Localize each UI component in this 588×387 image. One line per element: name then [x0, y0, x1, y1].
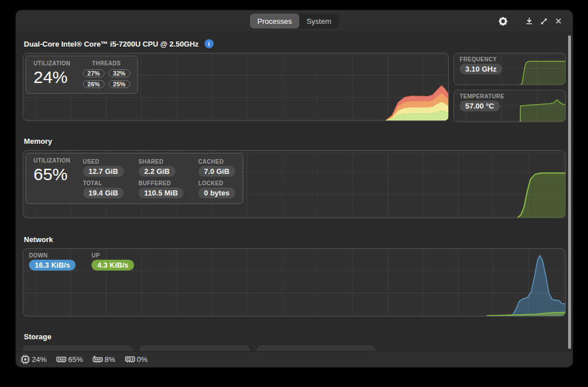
network-heading: Network	[24, 235, 566, 244]
statusbar-swap-value: 8%	[105, 355, 115, 364]
minimize-icon	[525, 17, 533, 26]
vertical-scrollbar[interactable]	[568, 35, 571, 349]
stat-value-badge: 7.0 GiB	[198, 166, 235, 177]
network-down-stat: DOWN 16.3 KiB/s	[29, 252, 76, 271]
memory-stats-grid: USED 12.7 GiB SHARED 2.2 GiB CACHED 7.0 …	[83, 157, 235, 198]
stat-value-badge: 12.7 GiB	[83, 166, 124, 177]
stat-label: SHARED	[139, 159, 184, 165]
cpu-utilization-panel: UTILIZATION 24% THREADS 27% 32% 26% 25%	[23, 53, 449, 121]
statusbar-network-value: 0%	[137, 355, 148, 364]
storage-heading: Storage	[24, 332, 566, 341]
statusbar-swap: 8%	[93, 355, 115, 364]
cpu-utilization-value: 24%	[34, 68, 70, 86]
statusbar-memory: 65%	[56, 355, 83, 364]
settings-button[interactable]	[495, 14, 510, 28]
statusbar-cpu-value: 24%	[32, 355, 47, 364]
stat-label: LOCKED	[198, 180, 235, 186]
temperature-label: TEMPERATURE	[460, 93, 560, 99]
stat-label: BUFFERED	[139, 180, 184, 186]
statusbar-memory-value: 65%	[68, 355, 83, 364]
minimize-button[interactable]	[522, 14, 536, 28]
memory-stat-used: USED 12.7 GiB	[83, 157, 124, 177]
stat-label: USED	[83, 159, 124, 165]
network-icon	[125, 355, 135, 364]
memory-statbox: UTILIZATION 65% USED 12.7 GiB SHARED 2.2…	[26, 153, 243, 204]
up-value-badge: 4.3 KiB/s	[91, 260, 134, 271]
down-label: DOWN	[29, 252, 76, 259]
memory-utilization-value: 65%	[34, 165, 70, 184]
memory-heading: Memory	[24, 137, 566, 145]
threads-label: THREADS	[83, 60, 130, 66]
stat-value-badge: 0 bytes	[198, 188, 235, 198]
frequency-stat: FREQUENCY 3.10 GHz	[454, 53, 565, 77]
temperature-stat: TEMPERATURE 57.00 °C	[454, 90, 565, 114]
memory-stat-locked: LOCKED 0 bytes	[198, 179, 235, 198]
network-up-stat: UP 4.3 KiB/s	[91, 252, 134, 271]
down-value-badge: 16.3 KiB/s	[29, 260, 76, 271]
memory-panel: UTILIZATION 65% USED 12.7 GiB SHARED 2.2…	[23, 150, 566, 218]
threads-grid: 27% 32% 26% 25%	[83, 69, 130, 88]
cpu-statbox: UTILIZATION 24% THREADS 27% 32% 26% 25%	[26, 56, 138, 94]
thread-1-badge: 32%	[109, 69, 130, 77]
memory-icon	[56, 355, 66, 364]
tab-processes[interactable]: Processes	[250, 14, 299, 28]
cpu-section-header: Dual-Core Intel® Core™ i5-7200U CPU @ 2.…	[24, 39, 566, 48]
cpu-utilization-stat: UTILIZATION 24%	[34, 60, 70, 88]
app-window: Processes System	[16, 10, 573, 367]
statusbar-network: 0%	[125, 355, 148, 364]
thread-3-badge: 25%	[109, 80, 130, 88]
thread-0-badge: 27%	[83, 69, 105, 77]
frequency-value-badge: 3.10 GHz	[460, 64, 502, 74]
maximize-icon	[540, 17, 548, 26]
stat-label: CACHED	[198, 159, 235, 165]
cpu-side-panels: FREQUENCY 3.10 GHz TEMPERATURE 57.00 °C	[453, 53, 566, 122]
close-icon	[554, 17, 562, 25]
up-label: UP	[91, 252, 134, 259]
close-button[interactable]	[551, 14, 566, 28]
tab-system[interactable]: System	[299, 14, 339, 28]
swap-icon	[93, 355, 103, 364]
memory-stat-total: TOTAL 19.4 GiB	[83, 179, 124, 198]
memory-stat-cached: CACHED 7.0 GiB	[198, 157, 235, 177]
gear-icon	[498, 16, 508, 27]
maximize-button[interactable]	[536, 14, 551, 28]
cpu-temperature-panel: TEMPERATURE 57.00 °C	[453, 90, 566, 122]
titlebar: Processes System	[16, 10, 573, 32]
view-switcher: Processes System	[250, 14, 339, 28]
titlebar-buttons	[495, 14, 573, 28]
cpu-section: UTILIZATION 24% THREADS 27% 32% 26% 25%	[23, 53, 566, 122]
cpu-icon	[20, 355, 30, 364]
network-panel: DOWN 16.3 KiB/s UP 4.3 KiB/s	[23, 248, 566, 317]
frequency-label: FREQUENCY	[460, 56, 560, 63]
memory-utilization-label: UTILIZATION	[34, 157, 70, 164]
stat-value-badge: 2.2 GiB	[139, 166, 176, 177]
memory-stat-buffered: BUFFERED 110.5 MiB	[139, 179, 184, 198]
cpu-threads-stat: THREADS 27% 32% 26% 25%	[83, 60, 130, 88]
stat-value-badge: 19.4 GiB	[83, 188, 124, 198]
stat-value-badge: 110.5 MiB	[139, 188, 184, 198]
memory-utilization-stat: UTILIZATION 65%	[34, 157, 70, 198]
memory-stat-shared: SHARED 2.2 GiB	[139, 157, 184, 177]
stat-label: TOTAL	[83, 180, 124, 186]
cpu-frequency-panel: FREQUENCY 3.10 GHz	[453, 53, 566, 85]
cpu-title: Dual-Core Intel® Core™ i5-7200U CPU @ 2.…	[24, 40, 199, 48]
network-stats: DOWN 16.3 KiB/s UP 4.3 KiB/s	[29, 252, 134, 271]
status-bar: 24% 65%	[16, 351, 573, 367]
thread-2-badge: 26%	[83, 80, 105, 88]
temperature-value-badge: 57.00 °C	[460, 101, 500, 111]
main-content: Dual-Core Intel® Core™ i5-7200U CPU @ 2.…	[16, 32, 573, 352]
info-icon[interactable]	[205, 39, 214, 48]
statusbar-cpu: 24%	[20, 355, 47, 364]
utilization-label: UTILIZATION	[34, 60, 70, 66]
